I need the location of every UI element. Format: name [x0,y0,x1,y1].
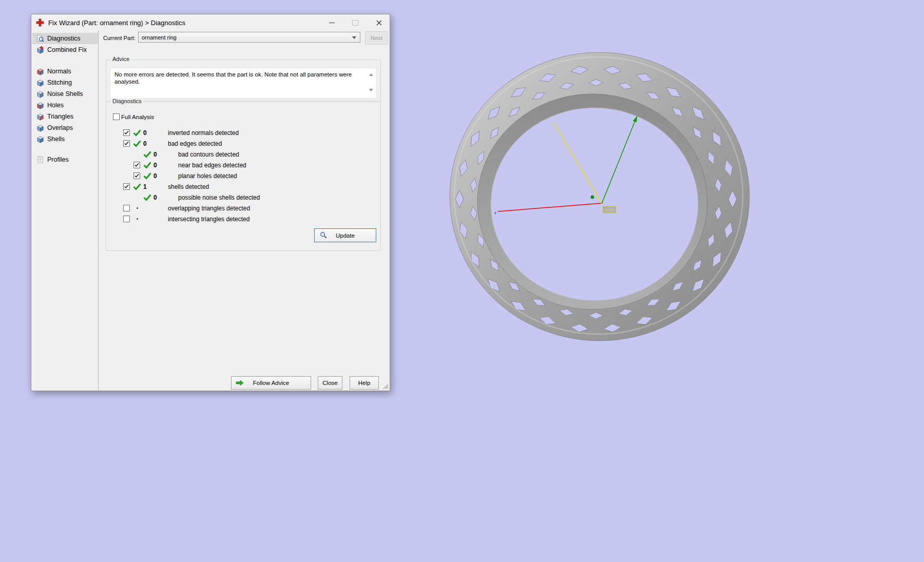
sidebar-item-label: Diagnostics [47,35,81,42]
axis-z-green [602,116,637,204]
diag-row-bad-edges: 0 bad edges detected [123,138,339,149]
maximize-button[interactable] [348,16,363,29]
row-label: bad contours detected [178,151,239,158]
window-title: Fix Wizard (Part: ornament ring) > Diagn… [48,19,185,27]
diag-row-near-bad-edges: 0 near bad edges detected [123,160,339,170]
sidebar-gap [32,145,98,154]
ornament-ring-model: z WCS [441,44,760,357]
fix-wizard-icon [36,18,44,27]
diagnostics-icon [36,35,44,43]
sidebar-item-label: Profiles [47,156,69,163]
row-count: 0 [153,162,162,169]
combined-fix-icon [36,46,44,54]
hole-rim [491,108,698,301]
diagnostics-groupbox: Diagnostics Full Analysis 0 inverted nor… [106,102,381,251]
sidebar-item-overlaps[interactable]: Overlaps [32,122,98,133]
current-part-dropdown[interactable]: ornament ring [138,32,360,43]
origin-point [591,196,594,199]
row-label: inverted normals detected [168,129,239,137]
diag-row-shells: 1 shells detected [123,181,339,192]
close-button[interactable] [371,16,387,29]
cube-icon [36,113,44,121]
status-ok-check-icon [133,129,141,137]
maximize-icon [352,20,358,26]
sidebar-item-normals[interactable]: Normals [32,66,98,77]
diag-row-intersecting-triangles: intersecting triangles detected [123,214,339,224]
scroll-down-icon[interactable] [369,89,373,91]
status-pending-dot-icon [133,215,141,223]
row-checkbox[interactable] [123,205,130,211]
sidebar-item-stitching[interactable]: Stitching [32,77,98,88]
checkbox-check-icon [134,162,140,168]
green-arrow-icon [236,380,244,386]
titlebar[interactable]: Fix Wizard (Part: ornament ring) > Diagn… [31,14,390,31]
checkbox-check-icon [124,141,129,146]
row-checkbox[interactable] [133,162,140,168]
axis-arrowhead [633,116,637,123]
sidebar-item-label: Overlaps [47,124,73,131]
advice-groupbox: Advice No more errors are detected. It s… [106,60,381,101]
cube-icon [36,90,44,98]
minimize-button[interactable] [324,16,339,29]
cube-icon [36,102,44,109]
checkbox-check-icon [124,130,129,135]
row-checkbox[interactable] [123,129,130,136]
3d-viewport[interactable]: z WCS [441,44,760,357]
resize-grip[interactable] [382,383,389,390]
axis-y-yellow [553,122,602,204]
row-label: bad edges detected [168,140,222,147]
close-dialog-button[interactable]: Close [318,376,342,390]
sidebar-item-label: Noise Shells [47,90,83,98]
row-label: overlapping triangles detected [168,205,250,212]
row-checkbox[interactable] [123,140,130,147]
row-label: intersecting triangles detected [168,216,249,223]
status-pending-dot-icon [133,204,141,212]
sidebar-item-combined-fix[interactable]: Combined Fix [32,44,98,55]
status-ok-check-icon [143,161,151,169]
sidebar-item-shells[interactable]: Shells [32,133,98,145]
scroll-up-icon[interactable] [369,73,373,76]
row-count: 1 [143,183,151,190]
row-checkbox[interactable] [123,216,130,222]
row-count: 0 [143,129,151,137]
diag-row-inverted-normals: 0 inverted normals detected [123,127,339,138]
checkbox-check-icon [124,184,129,189]
row-count: 0 [153,151,162,158]
axis-z-label: z [494,210,496,215]
sidebar-item-label: Holes [47,102,64,109]
sidebar-item-triangles[interactable]: Triangles [32,111,98,122]
sidebar-item-holes[interactable]: Holes [32,100,98,111]
checkbox-placeholder [133,194,140,201]
cube-icon [36,68,44,75]
sidebar-gap [32,55,98,66]
diag-row-overlapping-triangles: overlapping triangles detected [123,203,339,214]
advice-text-area[interactable]: No more errors are detected. It seems th… [110,68,377,99]
row-checkbox[interactable] [123,183,130,190]
row-label: planar holes detected [178,172,237,180]
sidebar-item-label: Triangles [47,113,73,120]
help-button[interactable]: Help [350,376,379,390]
status-ok-check-icon [143,150,151,158]
current-part-value: ornament ring [142,34,177,41]
row-checkbox[interactable] [133,172,140,179]
diag-row-bad-contours: 0 bad contours detected [123,149,339,160]
close-icon [376,20,382,26]
row-count: 0 [143,140,151,147]
update-button[interactable]: Update [314,228,376,242]
sidebar-divider [98,31,99,390]
status-ok-check-icon [143,172,151,180]
sidebar-item-profiles[interactable]: Profiles [32,154,98,165]
cube-icon [36,79,44,87]
profiles-icon [36,156,44,164]
row-label: near bad edges detected [178,162,246,169]
diagnostics-group-label: Diagnostics [110,98,144,104]
sidebar-item-noise-shells[interactable]: Noise Shells [32,88,98,100]
sidebar-item-label: Shells [47,135,65,143]
sidebar-item-diagnostics[interactable]: Diagnostics [32,33,98,44]
next-button[interactable]: Next [365,31,388,45]
follow-advice-button[interactable]: Follow Advice [231,376,311,390]
row-label: shells detected [168,183,209,190]
diagnostics-rows: 0 inverted normals detected 0 bad edges … [123,127,339,224]
full-analysis-checkbox[interactable] [113,113,120,120]
wcs-label: WCS [604,208,614,212]
